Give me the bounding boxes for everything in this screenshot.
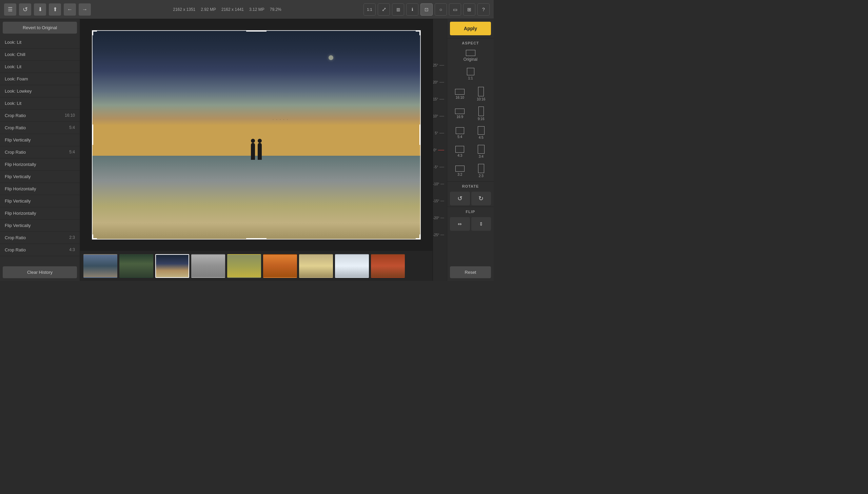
film-thumb[interactable] xyxy=(119,254,153,278)
aspect-section-title: ASPECT xyxy=(447,38,494,47)
revert-button[interactable]: Revert to Original xyxy=(3,22,77,34)
history-item-label: Flip Horizontally xyxy=(5,211,36,216)
zoom-1-1-button[interactable]: 1:1 xyxy=(363,3,376,16)
ruler-mark: -15° xyxy=(433,192,444,209)
aspect-4-3-button[interactable]: 4:3 xyxy=(450,143,470,160)
rotate-cw-button[interactable]: ↻ xyxy=(471,192,491,205)
aspect-3-4-icon xyxy=(478,145,485,154)
history-item[interactable]: Flip Vertically xyxy=(0,134,80,146)
ruler-tick-line xyxy=(440,201,444,201)
history-item[interactable]: Flip Horizontally xyxy=(0,207,80,220)
history-item[interactable]: Crop Ratio16:10 xyxy=(0,110,80,122)
aspect-10-16-button[interactable]: 10:16 xyxy=(471,85,491,103)
history-item[interactable]: Flip Vertically xyxy=(0,171,80,183)
aspect-original-button[interactable]: Original xyxy=(447,47,494,64)
ruler-zero-line xyxy=(438,150,444,150)
film-thumb[interactable] xyxy=(155,254,189,278)
flip-vertical-button[interactable]: ⇕ xyxy=(471,217,491,231)
zoom-level: 79.2% xyxy=(270,7,281,12)
reset-button[interactable]: Reset xyxy=(450,266,491,278)
film-thumb[interactable] xyxy=(335,254,369,278)
apply-button[interactable]: Apply xyxy=(450,22,491,35)
ruler-marks: 25°20°15°10°5°0°-5°-10°-15°-20°-25° xyxy=(433,57,447,243)
current-dimensions: 2162 x 1441 xyxy=(221,7,244,12)
share-button[interactable]: ⬆ xyxy=(49,3,61,16)
history-item-label: Crop Ratio xyxy=(5,125,26,130)
ruler-mark: -5° xyxy=(433,158,444,175)
rotation-ruler[interactable]: 25°20°15°10°5°0°-5°-10°-15°-20°-25° xyxy=(433,19,447,281)
history-item[interactable]: Look: Lit xyxy=(0,97,80,110)
aspect-1-1-button[interactable]: 1:1 xyxy=(466,66,476,82)
history-button[interactable]: ↺ xyxy=(19,3,31,16)
history-item[interactable]: Look: Lit xyxy=(0,61,80,73)
person-1 xyxy=(251,143,255,160)
filmstrip xyxy=(80,250,433,281)
aspect-3-4-button[interactable]: 3:4 xyxy=(471,143,491,160)
toolbar-right-tools: 1:1 ⤢ ▥ ℹ ⊡ ○ ▭ ⊞ ? xyxy=(363,3,490,16)
circle-button[interactable]: ○ xyxy=(435,3,447,16)
birds: · · · · · xyxy=(273,118,289,121)
redo-button[interactable]: → xyxy=(79,3,91,16)
ruler-mark: 5° xyxy=(433,125,444,141)
canvas-container[interactable]: · · · · · xyxy=(80,19,433,250)
film-thumb[interactable] xyxy=(299,254,333,278)
history-item[interactable]: Crop Ratio5:4 xyxy=(0,122,80,134)
clear-history-button[interactable]: Clear History xyxy=(3,266,77,278)
history-item[interactable]: Flip Vertically xyxy=(0,195,80,207)
history-item-label: Look: Lit xyxy=(5,40,21,45)
menu-button[interactable]: ☰ xyxy=(4,3,16,16)
history-item[interactable]: Look: Foam xyxy=(0,73,80,85)
image-canvas[interactable]: · · · · · xyxy=(92,30,421,240)
history-item[interactable]: Look: Chill xyxy=(0,49,80,61)
help-button[interactable]: ? xyxy=(477,3,490,16)
info-button[interactable]: ℹ xyxy=(406,3,418,16)
ruler-mark-label: 0° xyxy=(433,148,437,152)
history-item[interactable]: Look: Lowkey xyxy=(0,85,80,97)
history-item[interactable]: Crop Ratio5:4 xyxy=(0,146,80,158)
aspect-16-9-button[interactable]: 16:9 xyxy=(450,104,470,123)
undo-button[interactable]: ← xyxy=(64,3,76,16)
rect-button[interactable]: ▭ xyxy=(449,3,461,16)
rotate-ccw-button[interactable]: ↺ xyxy=(450,192,470,205)
fit-button[interactable]: ⤢ xyxy=(378,3,390,16)
history-item-label: Crop Ratio xyxy=(5,113,26,118)
history-item[interactable]: Flip Vertically xyxy=(0,220,80,232)
history-item[interactable]: Flip Horizontally xyxy=(0,183,80,195)
aspect-16-10-label: 16:10 xyxy=(456,96,464,99)
history-item[interactable]: Look: Lit xyxy=(0,36,80,49)
history-item[interactable]: Crop Ratio2:3 xyxy=(0,232,80,244)
center-area: · · · · · xyxy=(80,19,433,281)
film-thumb[interactable] xyxy=(227,254,261,278)
film-thumb[interactable] xyxy=(191,254,225,278)
compare-button[interactable]: ▥ xyxy=(392,3,404,16)
history-item[interactable]: Crop Ratio4:3 xyxy=(0,244,80,256)
aspect-3-2-button[interactable]: 3:2 xyxy=(450,162,470,180)
ruler-mark: -10° xyxy=(433,175,444,192)
aspect-5-4-button[interactable]: 5:4 xyxy=(450,124,470,141)
history-item-label: Flip Horizontally xyxy=(5,186,36,191)
aspect-5-4-icon xyxy=(456,127,464,134)
history-item[interactable]: Flip Horizontally xyxy=(0,158,80,171)
film-thumb[interactable] xyxy=(371,254,405,278)
grid-button[interactable]: ⊞ xyxy=(463,3,475,16)
ruler-tick-line xyxy=(439,133,444,133)
aspect-16-9-label: 16:9 xyxy=(457,115,463,119)
crop-button[interactable]: ⊡ xyxy=(420,3,433,16)
original-mp: 2.92 MP xyxy=(201,7,216,12)
film-thumb[interactable] xyxy=(83,254,117,278)
aspect-9-16-button[interactable]: 9:16 xyxy=(471,104,491,123)
aspect-4-5-button[interactable]: 4:5 xyxy=(471,124,491,141)
aspect-16-10-button[interactable]: 16:10 xyxy=(450,85,470,103)
current-mp: 3.12 MP xyxy=(249,7,264,12)
film-thumb[interactable] xyxy=(263,254,297,278)
moon xyxy=(329,55,333,60)
download-button[interactable]: ⬇ xyxy=(34,3,46,16)
ruler-mark: 10° xyxy=(433,108,444,125)
ruler-mark: -20° xyxy=(433,209,444,226)
spacer xyxy=(447,232,494,264)
aspect-16-9-icon xyxy=(455,109,465,114)
aspect-5-4-label: 5:4 xyxy=(457,135,462,139)
flip-horizontal-button[interactable]: ⇔ xyxy=(450,217,470,231)
history-item-badge: 5:4 xyxy=(69,150,75,155)
aspect-2-3-button[interactable]: 2:3 xyxy=(471,162,491,180)
